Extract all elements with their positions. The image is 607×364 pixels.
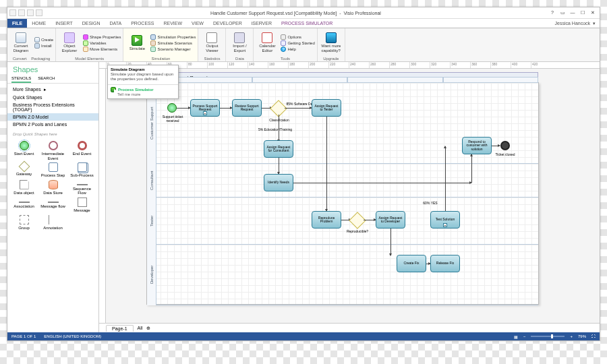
options-button[interactable]: Options xyxy=(281,34,314,40)
calendar-editor-button[interactable]: Calendar Editor xyxy=(256,29,279,57)
account-name[interactable]: Jessica Hancock xyxy=(555,21,591,26)
shape-association[interactable]: Association xyxy=(10,198,38,213)
qat-redo-icon[interactable] xyxy=(36,9,42,16)
import-export-button[interactable]: Import / Export xyxy=(228,29,251,57)
task-assign-developer[interactable]: Assign Request to Developer xyxy=(376,211,405,229)
tab-review[interactable]: REVIEW xyxy=(158,19,187,28)
close-icon[interactable]: ✕ xyxy=(589,9,596,16)
task-review-request[interactable]: Review Support Request xyxy=(232,99,262,117)
shape-message-flow[interactable]: Message flow xyxy=(39,198,67,213)
zoom-in-icon[interactable]: + xyxy=(570,334,573,338)
tab-iserver[interactable]: iSERVER xyxy=(247,19,277,28)
want-more-button[interactable]: Want more capability? xyxy=(320,29,343,57)
task-test-solution[interactable]: Test Solution+ xyxy=(430,211,460,229)
canvas-scroll-area[interactable]: Customer Support Request Customer Suppor… xyxy=(106,69,600,323)
stencil-quick-shapes[interactable]: Quick Shapes xyxy=(7,94,98,101)
qat-undo-icon[interactable] xyxy=(27,9,34,16)
tab-insert[interactable]: INSERT xyxy=(51,19,78,28)
stencil-bpe-togaf[interactable]: Business Process Extensions (TOGAF) xyxy=(7,101,98,113)
task-assign-tester[interactable]: Assign Request to Tester xyxy=(312,99,341,117)
shape-end-event[interactable]: End Event xyxy=(68,141,96,160)
view-mode-icon[interactable]: ▦ xyxy=(514,334,518,339)
edge-respond-end[interactable] xyxy=(492,146,500,146)
status-language[interactable]: ENGLISH (UNITED KINGDOM) xyxy=(44,334,101,338)
shape-annotation[interactable]: Annotation xyxy=(39,215,67,231)
edge-start-process[interactable] xyxy=(177,108,190,109)
scenario-manager-button[interactable]: Scenario Manager xyxy=(150,47,196,52)
edge-assign-to-reproduce[interactable] xyxy=(326,117,327,211)
tab-view[interactable]: VIEW xyxy=(187,19,208,28)
tab-file[interactable]: FILE xyxy=(7,19,27,28)
stencil-more-shapes[interactable]: More Shapes ▸ xyxy=(7,86,98,94)
shape-sequence-flow[interactable]: Sequence Flow xyxy=(68,180,96,195)
maximize-icon[interactable]: ☐ xyxy=(579,9,586,16)
lane-consultant[interactable]: Consultant xyxy=(156,164,538,198)
qat-save-icon[interactable] xyxy=(18,9,25,16)
task-assign-consultant[interactable]: Assign Request for Consultant xyxy=(264,140,293,158)
col-c[interactable] xyxy=(347,77,443,83)
edge-up-to-respond[interactable] xyxy=(471,154,472,183)
shape-data-store[interactable]: Data Store xyxy=(39,180,67,195)
edge-class-assign-consultant[interactable] xyxy=(279,115,279,142)
task-release-fix[interactable]: Release Fix xyxy=(430,255,460,272)
page-tab-1[interactable]: Page-1 xyxy=(106,325,134,332)
start-event[interactable] xyxy=(167,103,177,113)
shape-sub-process[interactable]: Sub-Process xyxy=(68,162,96,178)
page[interactable]: Customer Support Request Customer Suppor… xyxy=(146,82,539,305)
help-icon[interactable]: ? xyxy=(549,9,556,16)
tooltip-tell-me-more[interactable]: Tell me more xyxy=(108,92,178,98)
tab-developer[interactable]: DEVELOPER xyxy=(208,19,247,28)
minimize-icon[interactable]: — xyxy=(569,9,576,16)
col-d[interactable] xyxy=(443,77,539,83)
zoom-slider[interactable] xyxy=(531,336,565,337)
simulation-properties-button[interactable]: Simulation Properties xyxy=(150,34,196,40)
tab-home[interactable]: HOME xyxy=(27,19,51,28)
help-button[interactable]: ? Help xyxy=(281,47,314,52)
end-event[interactable] xyxy=(500,141,510,150)
task-respond-customer[interactable]: Respond to customer with solution xyxy=(462,137,492,154)
tab-design[interactable]: DESIGN xyxy=(78,19,105,28)
shape-data-object[interactable]: Data object xyxy=(10,180,38,195)
stencils-tab[interactable]: STENCILS xyxy=(11,75,31,83)
getting-started-button[interactable]: Getting Started xyxy=(281,40,314,46)
zoom-out-icon[interactable]: − xyxy=(523,334,526,338)
move-elements-button[interactable]: Move Elements xyxy=(83,47,121,52)
shape-message[interactable]: Message xyxy=(68,198,96,213)
zoom-level[interactable]: 79% xyxy=(578,334,586,338)
lane-tester[interactable]: Tester xyxy=(156,198,538,245)
shape-properties-button[interactable]: Shape Properties xyxy=(83,34,121,40)
edge-to-create-fix[interactable] xyxy=(391,229,391,255)
page-tab-add-icon[interactable]: ⊕ xyxy=(146,326,150,331)
edge-rep-assign-dev[interactable] xyxy=(364,220,376,220)
tab-process-simulator[interactable]: PROCESS SIMULATOR xyxy=(277,19,337,28)
edge-process-review[interactable] xyxy=(220,108,232,109)
shape-intermediate-event[interactable]: Intermediate Event xyxy=(39,141,67,160)
task-process-request[interactable]: Process Support Request+ xyxy=(190,99,220,117)
shape-process-step[interactable]: Process Step xyxy=(39,162,67,178)
page-tab-all[interactable]: All xyxy=(138,326,143,330)
stencil-bpmn20[interactable]: BPMN 2.0 Model xyxy=(7,113,98,121)
col-b[interactable] xyxy=(252,77,348,83)
fit-page-icon[interactable]: ⛶ xyxy=(591,334,596,338)
output-viewer-button[interactable]: Output Viewer xyxy=(200,29,223,57)
task-reproduce-problem[interactable]: Reproduce Problem xyxy=(312,211,341,229)
stencil-bpmn2-pools[interactable]: BPMN 2 Pools and Lanes xyxy=(7,121,98,128)
edge-class-assign-tester[interactable] xyxy=(285,108,312,109)
install-button[interactable]: Install xyxy=(34,43,53,49)
task-identify-needs[interactable]: Identify Needs xyxy=(264,174,293,191)
shape-group[interactable]: Group xyxy=(10,215,38,231)
create-button[interactable]: Create xyxy=(34,37,53,42)
simulate-button[interactable]: Simulate xyxy=(125,29,148,57)
shape-gateway[interactable]: Gateway xyxy=(10,162,38,178)
convert-diagram-button[interactable]: Convert Diagram xyxy=(9,29,32,57)
variables-button[interactable]: Variables xyxy=(83,40,121,46)
lane-developer[interactable]: Developer xyxy=(156,245,538,305)
task-create-fix[interactable]: Create Fix xyxy=(397,255,426,272)
edge-to-identify[interactable] xyxy=(279,158,279,174)
object-explorer-button[interactable]: Object Explorer xyxy=(58,29,81,57)
search-tab[interactable]: SEARCH xyxy=(38,75,55,83)
simulate-scenarios-button[interactable]: Simulate Scenarios xyxy=(150,40,196,46)
tab-process[interactable]: PROCESS xyxy=(126,19,158,28)
edge-identify-to-respond[interactable] xyxy=(293,183,471,183)
ribbon-collapse-icon[interactable]: ▭ xyxy=(559,9,566,16)
